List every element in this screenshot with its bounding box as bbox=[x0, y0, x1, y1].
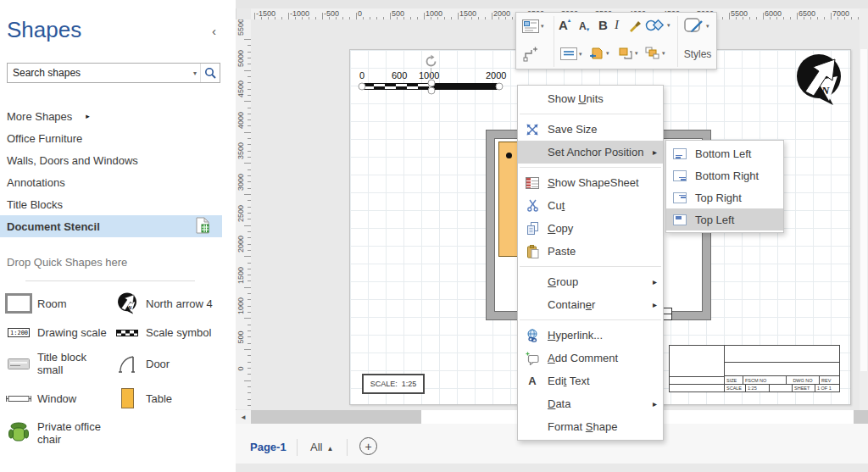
format-painter-button[interactable] bbox=[628, 19, 641, 32]
ruler-label: 6000 bbox=[765, 9, 782, 18]
position-button[interactable]: ▾ bbox=[589, 47, 609, 60]
stencil-shape-drawing-scale[interactable]: 1:200Drawing scale bbox=[5, 320, 114, 345]
scale-bar-solid bbox=[431, 83, 499, 90]
arrange-button[interactable]: ▾ bbox=[645, 47, 665, 60]
styles-label[interactable]: Styles bbox=[679, 48, 716, 60]
fill-outline-button[interactable]: ▾ bbox=[645, 19, 670, 32]
sidebar-divider bbox=[25, 280, 195, 281]
drawing-scale-note[interactable]: SCALE: 1:25 bbox=[362, 374, 425, 394]
scroll-left-button[interactable]: ◄ bbox=[236, 410, 251, 424]
sidebar-item-title-blocks[interactable]: Title Blocks bbox=[0, 193, 236, 215]
menu-item-edit-text[interactable]: AEdit Text bbox=[518, 369, 663, 392]
ruler-tick bbox=[322, 13, 323, 19]
ruler-tick bbox=[244, 287, 251, 288]
connector-button[interactable] bbox=[523, 47, 538, 62]
menu-item-save-size[interactable]: Save Size bbox=[518, 118, 663, 141]
bold-button[interactable]: B bbox=[598, 18, 608, 32]
ruler-tick bbox=[244, 163, 251, 164]
menu-item-group[interactable]: Group▸ bbox=[518, 270, 663, 293]
menu-item-hyperlink[interactable]: Hyperlink... bbox=[518, 324, 663, 347]
menu-item-format-shape[interactable]: Format Shape bbox=[518, 415, 663, 438]
bring-forward-button[interactable]: ▾ bbox=[618, 47, 638, 60]
search-icon[interactable] bbox=[200, 64, 220, 82]
stencil-shape-private-office-chair[interactable]: Private office chair bbox=[5, 414, 114, 452]
ruler-label: -1500 bbox=[256, 9, 275, 18]
ruler-tick bbox=[458, 13, 459, 19]
shape-style-picker-button[interactable]: ▾ bbox=[522, 19, 544, 33]
dropdown-caret-icon: ▾ bbox=[706, 23, 709, 30]
search-box: ▾ bbox=[7, 63, 220, 83]
shrink-font-button[interactable]: A▾ bbox=[579, 20, 589, 32]
sidebar-item-walls-doors-and-windows[interactable]: Walls, Doors and Windows bbox=[0, 149, 236, 171]
stencil-shape-title-block-small[interactable]: Title block small bbox=[5, 345, 114, 382]
search-input[interactable] bbox=[8, 67, 190, 79]
comment-icon bbox=[525, 352, 540, 365]
sidebar-item-document-stencil[interactable]: Document Stencil bbox=[0, 215, 222, 237]
all-pages-button[interactable]: All▲ bbox=[310, 441, 333, 453]
menu-item-paste[interactable]: Paste bbox=[518, 240, 663, 263]
submenu-arrow-icon: ▸ bbox=[653, 300, 657, 309]
shapesheet-icon bbox=[525, 177, 540, 189]
title-block-sheet-label: SHEET bbox=[792, 384, 815, 392]
insert-page-button[interactable]: + bbox=[359, 437, 377, 455]
submenu-item-top-right[interactable]: Top Right bbox=[666, 186, 783, 208]
selection-handle[interactable] bbox=[428, 80, 436, 87]
sidebar-item-office-furniture[interactable]: Office Furniture bbox=[0, 127, 236, 149]
selection-handle[interactable] bbox=[428, 87, 436, 95]
selection-handle[interactable] bbox=[496, 83, 504, 91]
menu-item-show-shapesheet[interactable]: Show ShapeSheet bbox=[518, 171, 663, 194]
stencil-shape-room[interactable]: Room bbox=[5, 286, 114, 320]
ruler-label: 2000 bbox=[493, 9, 510, 18]
ruler-label: -500 bbox=[324, 9, 339, 18]
stencil-shape-table[interactable]: Table bbox=[114, 382, 234, 414]
room-icon bbox=[5, 293, 32, 314]
menu-item-set-anchor-position[interactable]: Set Anchor Position▸ bbox=[518, 141, 663, 164]
menu-item-show-units[interactable]: Show Units bbox=[518, 87, 663, 110]
page-tab-page-1[interactable]: Page-1 bbox=[250, 441, 287, 453]
stencil-shape-door[interactable]: Door bbox=[114, 345, 234, 382]
title-block[interactable]: SIZE FSCM NO DWG NO REV SCALE 1:25 SHEET… bbox=[669, 345, 840, 392]
menu-item-data[interactable]: Data▸ bbox=[518, 392, 663, 415]
selection-handle[interactable] bbox=[359, 83, 366, 91]
align-button[interactable]: ▾ bbox=[560, 47, 582, 60]
submenu-item-bottom-right[interactable]: Bottom Right bbox=[666, 164, 783, 186]
north-arrow-shape[interactable]: N bbox=[796, 53, 842, 109]
submenu-item-top-left[interactable]: Top Left bbox=[666, 208, 783, 230]
submenu-item-bottom-left[interactable]: Bottom Left bbox=[666, 142, 783, 164]
stencil-shape-window[interactable]: Window bbox=[5, 382, 114, 414]
ruler-label: 3500 bbox=[236, 138, 245, 164]
menu-separator bbox=[520, 266, 661, 267]
door-icon bbox=[114, 353, 141, 375]
italic-button[interactable]: I bbox=[615, 18, 619, 32]
mini-toolbar: ▾ A▴ A▾ B I ▾ ▾ Styles ▾ ▾ bbox=[515, 12, 717, 69]
menu-item-add-comment[interactable]: Add Comment bbox=[518, 347, 663, 369]
search-dropdown-icon[interactable]: ▾ bbox=[190, 69, 200, 77]
ruler-label: 1000 bbox=[236, 293, 245, 319]
visio-window: Shapes ‹ ▾ More Shapes▸Office FurnitureW… bbox=[0, 0, 868, 472]
ruler-tick bbox=[244, 70, 251, 71]
vertical-ruler: 5500500045004000350030002500200015001000… bbox=[236, 19, 252, 409]
stencil-shapes-grid: RoomNNorth arrow 41:200Drawing scaleScal… bbox=[5, 286, 234, 452]
vertical-scrollbar-thumb[interactable] bbox=[860, 49, 867, 371]
styles-button[interactable]: ▾ bbox=[684, 18, 709, 35]
ruler-tick bbox=[424, 13, 425, 19]
sidebar-item-annotations[interactable]: Annotations bbox=[0, 171, 236, 193]
stencil-shape-north-arrow-4[interactable]: NNorth arrow 4 bbox=[114, 286, 234, 320]
stencil-shape-scale-symbol[interactable]: Scale symbol bbox=[114, 320, 234, 345]
menu-item-copy[interactable]: Copy bbox=[518, 217, 663, 240]
title-block-icon bbox=[5, 358, 32, 369]
sidebar-item-more-shapes[interactable]: More Shapes▸ bbox=[0, 105, 236, 127]
ruler-label: 5000 bbox=[236, 46, 245, 71]
grow-font-button[interactable]: A▴ bbox=[559, 18, 570, 32]
vertical-scrollbar[interactable] bbox=[860, 8, 868, 410]
anchor-top-right-icon bbox=[673, 192, 687, 203]
ruler-tick bbox=[390, 13, 391, 19]
rotate-handle-icon[interactable] bbox=[424, 54, 438, 72]
ruler-label: 500 bbox=[236, 325, 245, 350]
anchor-bottom-left-icon bbox=[673, 148, 687, 159]
menu-item-cut[interactable]: Cut bbox=[518, 194, 663, 217]
ruler-tick bbox=[244, 132, 251, 133]
menu-item-container[interactable]: Container▸ bbox=[518, 293, 663, 316]
caret-down-icon: ▾ bbox=[587, 26, 590, 33]
collapse-panel-icon[interactable]: ‹ bbox=[212, 24, 216, 38]
